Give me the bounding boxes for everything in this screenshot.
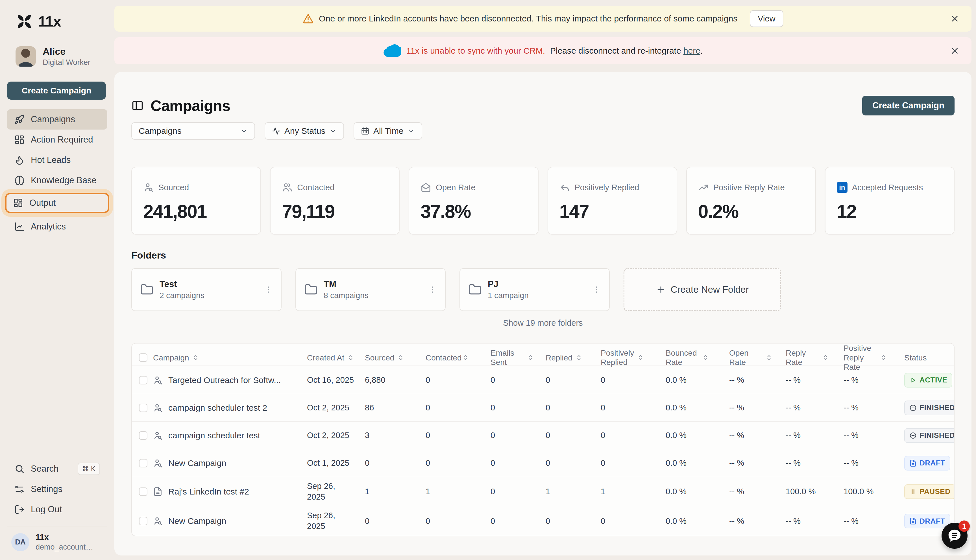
open-rate-cell: -- % xyxy=(729,375,786,385)
stat-card: Contacted 79,119 xyxy=(270,167,400,235)
folder-card[interactable]: TM 8 campaigns xyxy=(295,268,445,311)
create-campaign-button[interactable]: Create Campaign xyxy=(862,96,954,115)
stat-icon xyxy=(282,182,293,193)
crm-sync-banner: 11x is unable to sync with your CRM. Ple… xyxy=(114,37,971,64)
status-label: FINISHED xyxy=(919,431,954,440)
sort-icon[interactable] xyxy=(462,354,469,361)
contacted-cell: 0 xyxy=(425,458,491,468)
here-link[interactable]: here xyxy=(683,46,701,55)
filter-label: Campaigns xyxy=(138,126,182,136)
nav-item-icon xyxy=(14,222,25,232)
contacted-cell: 0 xyxy=(425,431,491,440)
show-more-folders-link[interactable]: Show 19 more folders xyxy=(131,318,954,328)
sidebar-nav-item[interactable]: Campaigns xyxy=(7,109,107,130)
sort-icon[interactable] xyxy=(880,354,887,361)
table-row[interactable]: New Campaign Oct 1, 2025 0 0 0 0 0 0.0 %… xyxy=(132,449,954,477)
sidebar-nav-item[interactable]: Analytics xyxy=(7,217,107,237)
sort-icon[interactable] xyxy=(397,354,404,361)
positively-replied-cell: 0 xyxy=(601,431,666,440)
page-title: Campaigns xyxy=(150,97,230,114)
row-checkbox[interactable] xyxy=(139,376,147,385)
replied-cell: 0 xyxy=(546,517,601,526)
sidebar-nav-item[interactable]: Output xyxy=(5,193,109,213)
sidebar-nav-item[interactable]: Knowledge Base xyxy=(7,170,107,190)
keyboard-shortcut-badge: ⌘ K xyxy=(78,463,100,475)
footer-item-label: Log Out xyxy=(31,504,62,515)
table-row[interactable]: Targeted Outreach for Softw... Oct 16, 2… xyxy=(132,366,954,394)
kebab-menu-icon[interactable] xyxy=(592,285,601,294)
sort-icon[interactable] xyxy=(765,354,772,361)
stat-icon xyxy=(698,182,709,193)
sidebar-footer-item[interactable]: Search ⌘ K xyxy=(7,459,107,479)
column-header: Positively Replied xyxy=(601,348,666,367)
nav-item-icon xyxy=(13,198,23,208)
sidebar-footer-item[interactable]: Log Out xyxy=(7,499,107,520)
create-campaign-button-sidebar[interactable]: Create Campaign xyxy=(7,82,106,100)
linkedin-disconnect-banner: One or more LinkedIn accounts have been … xyxy=(114,6,971,32)
row-checkbox[interactable] xyxy=(139,431,147,440)
emails-sent-cell: 0 xyxy=(491,487,546,496)
sidebar-nav-item[interactable]: Hot Leads xyxy=(7,150,107,170)
filter-dropdown[interactable]: Campaigns xyxy=(131,122,255,140)
campaign-type-icon xyxy=(153,458,163,468)
open-rate-cell: -- % xyxy=(729,431,786,440)
table-row[interactable]: campaign scheduler test Oct 2, 2025 3 0 … xyxy=(132,422,954,449)
11x-logo-icon xyxy=(15,13,33,30)
campaign-name: Targeted Outreach for Softw... xyxy=(169,375,281,385)
sort-icon[interactable] xyxy=(527,354,534,361)
open-rate-cell: -- % xyxy=(729,487,786,496)
page-header: Campaigns Create Campaign xyxy=(131,96,954,115)
sort-icon[interactable] xyxy=(822,354,829,361)
table-row[interactable]: campaign scheduler test 2 Oct 2, 2025 86… xyxy=(132,394,954,422)
sidebar-toggle-icon[interactable] xyxy=(131,99,144,112)
create-new-folder-button[interactable]: Create New Folder xyxy=(624,268,781,311)
bounced-rate-cell: 0.0 % xyxy=(666,517,729,526)
filter-label: Any Status xyxy=(284,126,325,136)
sort-icon[interactable] xyxy=(347,354,354,361)
sort-icon[interactable] xyxy=(702,354,709,361)
column-header: Status xyxy=(904,353,954,363)
kebab-menu-icon[interactable] xyxy=(264,285,272,294)
folder-card[interactable]: PJ 1 campaign xyxy=(459,268,610,311)
sidebar: 11x Alice Digital Worker Create Campaign… xyxy=(0,0,114,560)
table-body: Targeted Outreach for Softw... Oct 16, 2… xyxy=(132,366,954,536)
table-row[interactable]: New Campaign Sep 26, 2025 0 0 0 0 0 0.0 … xyxy=(132,506,954,535)
linkedin-banner-text: One or more LinkedIn accounts have been … xyxy=(319,14,737,23)
sidebar-footer-item[interactable]: Settings xyxy=(7,479,107,499)
close-icon[interactable] xyxy=(950,46,959,56)
create-folder-label: Create New Folder xyxy=(671,284,749,295)
stats-row: Sourced 241,801 Contacted 79,119 Open Ra… xyxy=(131,167,954,235)
row-checkbox[interactable] xyxy=(139,517,147,525)
positively-replied-cell: 0 xyxy=(601,458,666,468)
filter-dropdown[interactable]: All Time xyxy=(354,122,422,140)
sort-icon[interactable] xyxy=(637,354,644,361)
stat-icon: in xyxy=(837,182,848,193)
column-header: Created At xyxy=(307,353,365,363)
status-icon xyxy=(909,404,917,412)
folder-card[interactable]: Test 2 campaigns xyxy=(131,268,282,311)
sort-icon[interactable] xyxy=(575,354,582,361)
sort-icon[interactable] xyxy=(192,354,199,361)
close-icon[interactable] xyxy=(950,14,959,23)
view-button[interactable]: View xyxy=(750,10,783,27)
row-checkbox[interactable] xyxy=(139,403,147,412)
row-checkbox[interactable] xyxy=(139,459,147,467)
status-badge: DRAFT xyxy=(904,514,950,528)
table-row[interactable]: Raj's LinkedIn test #2 Sep 26, 2025 1 1 … xyxy=(132,477,954,506)
plus-icon xyxy=(656,285,666,294)
chat-widget-button[interactable]: 1 xyxy=(941,523,968,549)
nav-item-label: Action Required xyxy=(31,135,93,145)
sourced-cell: 6,880 xyxy=(365,375,425,385)
kebab-menu-icon[interactable] xyxy=(428,285,437,294)
column-header-label: Sourced xyxy=(365,353,394,363)
replied-cell: 0 xyxy=(546,375,601,385)
folders-row: Test 2 campaigns TM 8 campaigns xyxy=(131,268,954,311)
status-badge: PAUSED xyxy=(904,484,954,499)
select-all-checkbox[interactable] xyxy=(139,353,147,362)
folder-count: 8 campaigns xyxy=(324,291,369,300)
account-row[interactable]: DA 11x demo_account@s... xyxy=(0,533,114,552)
sidebar-nav-item[interactable]: Action Required xyxy=(7,130,107,150)
status-badge: DRAFT xyxy=(904,456,950,470)
filter-dropdown[interactable]: Any Status xyxy=(265,122,344,140)
row-checkbox[interactable] xyxy=(139,487,147,496)
